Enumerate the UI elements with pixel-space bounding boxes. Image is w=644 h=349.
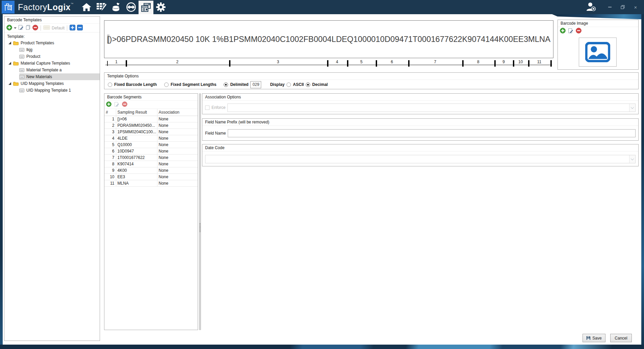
remove-segment-icon[interactable]	[122, 101, 127, 108]
segment-row[interactable]: 94K00None	[104, 167, 198, 173]
barcode-image-title: Barcode Image	[558, 20, 638, 27]
enforce-checkbox[interactable]	[205, 106, 209, 110]
title-bar: FactoryLogix™	[0, 0, 644, 14]
segment-row[interactable]: 2PDRASMM020450...None	[104, 122, 198, 129]
copy-template-icon[interactable]	[25, 25, 31, 31]
segment-num: 11	[104, 180, 116, 186]
segment-association: None	[157, 173, 198, 180]
segment-sampling-result: [)>06	[116, 116, 157, 122]
collapse-all-icon[interactable]	[77, 25, 83, 31]
field-name-input[interactable]	[228, 129, 636, 137]
segment-sampling-result: 4K00	[116, 167, 157, 173]
fixed-barcode-length-radio[interactable]	[108, 83, 112, 87]
folder-icon	[13, 41, 19, 45]
delimiter-input[interactable]	[250, 81, 261, 88]
segment-row[interactable]: 5Q10000None	[104, 141, 198, 148]
add-dropdown-icon[interactable]	[14, 27, 17, 29]
add-segment-icon[interactable]	[106, 101, 112, 108]
materials-icon[interactable]	[109, 0, 124, 14]
segment-num: 9	[104, 167, 116, 173]
chevron-down-icon[interactable]	[629, 155, 635, 163]
segment-row[interactable]: 44LDENone	[104, 135, 198, 141]
restore-icon[interactable]	[619, 4, 626, 10]
template-options-title: Template Options	[104, 73, 638, 80]
content-area: Barcode Templates Default Template: Prod…	[3, 14, 641, 345]
expand-all-icon[interactable]	[70, 25, 75, 31]
ruler-segment-number: 7	[434, 60, 437, 64]
close-icon[interactable]: ×	[632, 4, 639, 10]
tree-item-row[interactable]: Material Template a	[4, 67, 100, 73]
segment-num: 8	[104, 161, 116, 167]
segment-row[interactable]: 10EE3None	[104, 173, 198, 180]
segment-row[interactable]: 31PSMM02040C100...None	[104, 129, 198, 135]
window-bottom-frame	[0, 345, 644, 349]
barcode-display[interactable]: [)>06PDRASMM020450 10K 1%B1PSMM02040C100…	[104, 20, 553, 58]
segment-row[interactable]: 610D0947None	[104, 148, 198, 154]
expander-icon[interactable]	[8, 62, 11, 65]
tree-item-label: New Materials	[26, 74, 52, 79]
production-icon[interactable]	[94, 0, 109, 14]
expander-icon[interactable]	[8, 42, 11, 44]
segment-row[interactable]: 8K907414None	[104, 161, 198, 167]
template-icon	[19, 75, 24, 79]
cancel-button[interactable]: Cancel	[610, 334, 632, 342]
remove-image-icon[interactable]	[576, 28, 581, 34]
template-options-panel: Template Options Fixed Barcode Length Fi…	[104, 72, 639, 89]
user-logout-icon[interactable]	[586, 2, 596, 12]
settings-gear-icon[interactable]	[153, 0, 168, 14]
tree-item-row[interactable]: New Materials	[4, 73, 100, 80]
add-image-icon[interactable]	[560, 28, 566, 34]
transfer-icon[interactable]	[124, 0, 139, 14]
barcode-text-inner: [)>06PDRASMM020450 10K 1%B1PSMM02040C100…	[107, 34, 550, 44]
barcode-templates-panel: Barcode Templates Default Template: Prod…	[4, 16, 100, 341]
ascii-radio[interactable]	[287, 83, 291, 87]
date-code-row	[202, 152, 638, 166]
templates-icon[interactable]	[139, 1, 153, 14]
template-tree: Product TemplateslkjgProductMaterial Cap…	[4, 40, 100, 94]
segment-num: 1	[104, 116, 116, 122]
delimited-radio[interactable]	[224, 83, 228, 87]
minimize-icon[interactable]	[606, 4, 614, 10]
chevron-down-icon[interactable]	[629, 104, 635, 112]
ruler-tick	[126, 60, 127, 67]
image-placeholder[interactable]	[579, 38, 617, 67]
segments-toolbar	[104, 101, 198, 109]
folder-icon	[13, 61, 19, 66]
segment-sampling-result: Q10000	[116, 141, 157, 148]
vertical-splitter[interactable]	[199, 93, 201, 330]
decimal-radio[interactable]	[306, 83, 310, 87]
ruler-tick	[550, 60, 552, 67]
field-name-prefix-panel: Field Name Prefix (will be removed) Fiel…	[202, 118, 639, 141]
default-button-label: Default	[52, 26, 65, 30]
date-code-dropdown[interactable]	[205, 155, 636, 163]
display-label: Display	[270, 82, 284, 87]
segment-row[interactable]: 1[)>06None	[104, 116, 198, 122]
date-code-panel: Date Code	[202, 144, 639, 166]
edit-template-icon[interactable]	[18, 25, 24, 31]
barcode-image-toolbar	[558, 27, 638, 35]
save-button[interactable]: Save	[583, 334, 605, 342]
expander-icon[interactable]	[8, 82, 11, 85]
tree-item-row[interactable]: UID Mapping Template 1	[4, 87, 100, 94]
edit-image-icon[interactable]	[568, 28, 573, 34]
segment-sampling-result: 4LDE	[116, 135, 157, 141]
segment-row[interactable]: 11MLNANone	[104, 180, 198, 186]
tree-item-row[interactable]: lkjg	[4, 46, 100, 53]
tree-item-label: lkjg	[26, 47, 32, 52]
ruler-segment-number: 2	[176, 60, 178, 64]
association-dropdown[interactable]	[227, 103, 636, 112]
remove-template-icon[interactable]	[32, 25, 38, 31]
template-label: Template:	[4, 32, 100, 40]
sidebar-title: Barcode Templates	[4, 17, 100, 24]
tree-item-row[interactable]: Product	[4, 53, 100, 60]
segment-row[interactable]: 71T0001677622None	[104, 154, 198, 161]
home-icon[interactable]	[79, 0, 94, 14]
add-template-icon[interactable]	[6, 25, 12, 31]
segment-sampling-result: 1T0001677622	[116, 154, 157, 161]
tree-folder-row[interactable]: UID Mapping Templates	[4, 80, 100, 87]
tree-folder-row[interactable]: Product Templates	[4, 40, 100, 46]
segments-table-body: 1[)>06None2PDRASMM020450...None31PSMM020…	[104, 116, 198, 186]
segment-ruler: 1234567891011	[104, 60, 553, 68]
tree-folder-row[interactable]: Material Capture Templates	[4, 60, 100, 67]
fixed-segment-lengths-radio[interactable]	[164, 83, 169, 87]
